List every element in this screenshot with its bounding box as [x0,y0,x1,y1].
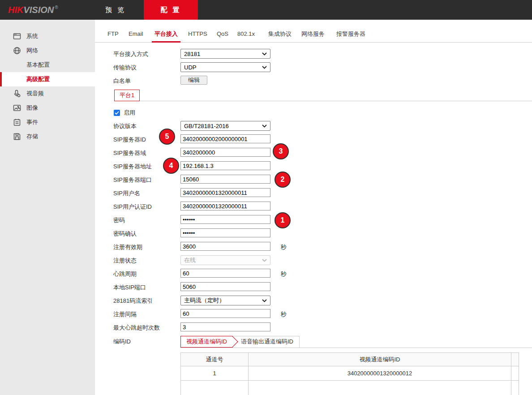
tab-integration-protocol[interactable]: 集成协议 [268,27,292,43]
sidebar: 系统 网络 基本配置 高级配置 视音频 图像 事件 存储 [0,20,95,395]
annotation-badge-5: 5 [160,129,174,144]
register-interval-input[interactable] [180,309,270,318]
field-sip-auth-id: SIP用户认证ID [113,202,454,212]
tab-ftp[interactable]: FTP [107,27,119,43]
sip-server-id-input[interactable] [180,134,270,143]
sip-server-address-input[interactable] [180,161,270,170]
unit-seconds: 秒 [281,270,287,278]
sidebar-item-storage[interactable]: 存储 [0,129,95,144]
annotation-badge-2: 2 [275,172,290,187]
transport-protocol-select[interactable]: UDP [180,62,270,72]
encoding-id-tab-strip: 视频通道编码ID 语音输出通道编码ID [180,336,532,348]
hikvision-logo: HIKVISION® [8,0,58,20]
tab-video-channel-encoding-id[interactable]: 视频通道编码ID [180,336,233,348]
sidebar-item-basic-config[interactable]: 基本配置 [0,58,95,72]
logo-hik: HIK [8,5,23,15]
annotation-badge-3: 3 [274,144,288,159]
tab-alarm-server[interactable]: 报警服务器 [336,27,365,43]
logo-registered-mark: ® [55,5,58,10]
sidebar-item-image[interactable]: 图像 [0,101,95,115]
sip-server-port-input[interactable] [180,175,270,184]
tab-qos[interactable]: QoS [217,27,228,43]
protocol-version-select[interactable]: GB/T28181-2016 [180,121,270,131]
field-heartbeat-interval: 心跳周期 秒 [113,269,454,279]
field-whitelist: 白名单 编辑 [113,76,454,86]
audio-video-icon [13,90,21,98]
tab-https[interactable]: HTTPS [188,27,207,43]
sidebar-item-event[interactable]: 事件 [0,115,95,129]
sip-server-domain-input[interactable] [180,148,270,157]
tab-email[interactable]: Email [129,27,143,43]
chevron-down-icon [262,259,267,262]
channel-table: 通道号 视频通道编码ID 1 34020000001320000012 [180,352,519,395]
field-platform-access-mode: 平台接入方式 28181 [113,49,454,60]
annotation-badge-4: 4 [164,159,178,173]
annotation-badge-1: 1 [275,213,290,228]
chevron-down-icon [262,125,267,128]
stream-index-select[interactable]: 主码流（定时） [180,296,270,305]
field-enable: 启用 [114,109,135,116]
encoding-id-label: 编码ID [113,338,131,346]
tab-platform-access[interactable]: 平台接入 [154,27,178,43]
field-register-status: 注册状态 在线 [113,255,454,266]
topbar: HIKVISION® 预 览 配 置 [0,0,532,20]
platform-tab-divider [114,101,532,101]
system-window-icon [13,32,21,40]
password-input[interactable] [180,215,270,224]
platform-access-mode-select[interactable]: 28181 [180,49,270,59]
tab-8021x[interactable]: 802.1x [237,27,255,43]
max-heartbeat-timeout-input[interactable] [180,322,270,331]
unit-seconds: 秒 [281,310,287,318]
sip-auth-id-input[interactable] [180,202,270,210]
main-content: FTP Email 平台接入 HTTPS QoS 802.1x 集成协议 网络服… [95,20,532,395]
nav-preview[interactable]: 预 览 [102,0,129,20]
sidebar-item-audio-video[interactable]: 视音频 [0,86,95,101]
storage-icon [13,133,21,141]
whitelist-edit-button[interactable]: 编辑 [180,76,207,85]
field-password-confirm: 密码确认 [113,228,454,239]
sidebar-item-network[interactable]: 网络 [0,43,95,58]
tab-network-service[interactable]: 网络服务 [301,27,325,43]
field-max-heartbeat-timeout: 最大心跳超时次数 [113,322,454,333]
event-icon [13,118,21,126]
sip-username-input[interactable] [180,188,270,197]
table-row[interactable]: 1 34020000001320000012 [181,366,519,381]
heartbeat-interval-input[interactable] [180,269,270,278]
col-header-video-encoding-id: 视频通道编码ID [249,353,511,366]
cell-encoding-id [249,381,511,395]
image-icon [13,104,21,112]
local-sip-port-input[interactable] [180,282,270,291]
network-globe-icon [13,47,21,55]
tab-audio-output-channel-encoding-id[interactable]: 语音输出通道编码ID [231,336,300,348]
enable-checkbox[interactable] [114,110,120,116]
col-header-channel: 通道号 [181,353,249,366]
field-register-validity: 注册有效期 秒 [113,242,454,253]
field-local-sip-port: 本地SIP端口 [113,282,454,293]
chevron-down-icon [262,299,267,302]
field-stream-index: 28181码流索引 主码流（定时） [113,296,454,306]
cell-encoding-id: 34020000001320000012 [249,366,511,381]
register-validity-input[interactable] [180,242,270,251]
cell-channel: 1 [181,366,249,381]
field-transport-protocol: 传输协议 UDP [113,62,454,73]
platform1-tab[interactable]: 平台1 [114,90,140,101]
table-row[interactable] [181,381,519,395]
sidebar-item-system[interactable]: 系统 [0,29,95,43]
chevron-down-icon [262,66,267,69]
register-status-select: 在线 [180,255,270,265]
col-header-spacer [511,353,519,366]
chevron-down-icon [262,52,267,56]
table-header-row: 通道号 视频通道编码ID [181,353,519,366]
cell-channel [181,381,249,395]
logo-vision: VISION [23,5,54,15]
unit-seconds: 秒 [281,243,287,251]
password-confirm-input[interactable] [180,228,270,237]
nav-config[interactable]: 配 置 [144,0,198,20]
sidebar-item-advanced-config[interactable]: 高级配置 [0,72,95,86]
field-register-interval: 注册间隔 秒 [113,309,454,320]
field-sip-username: SIP用户名 [113,188,454,199]
settings-tab-strip: FTP Email 平台接入 HTTPS QoS 802.1x 集成协议 网络服… [95,27,532,43]
